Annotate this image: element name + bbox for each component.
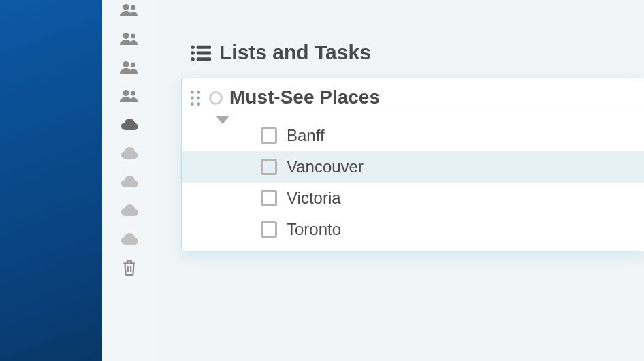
svg-point-1 <box>131 5 135 10</box>
app-rail <box>0 0 102 361</box>
list-header: Must-See Places <box>182 78 644 114</box>
checkbox-icon[interactable] <box>261 221 277 238</box>
collapse-caret-icon[interactable] <box>216 116 229 124</box>
list-title[interactable]: Must-See Places <box>229 87 380 110</box>
svg-rect-9 <box>197 46 211 49</box>
task-label: Banff <box>287 126 325 145</box>
checkbox-icon[interactable] <box>261 190 277 206</box>
trash-icon[interactable] <box>120 260 138 275</box>
svg-point-17 <box>197 97 200 100</box>
cloud-icon[interactable] <box>120 232 138 247</box>
svg-point-14 <box>191 91 194 94</box>
section-header: Lists and Tasks <box>157 0 644 78</box>
list-icon <box>191 44 211 61</box>
svg-point-5 <box>131 62 135 67</box>
svg-point-2 <box>123 33 129 39</box>
people-icon[interactable] <box>120 60 138 75</box>
task-label: Vancouver <box>287 157 364 176</box>
main-content: Lists and Tasks Must-See Places BanffVan… <box>157 0 644 361</box>
people-icon[interactable] <box>120 31 138 46</box>
task-row[interactable]: Victoria <box>182 183 644 214</box>
svg-point-7 <box>131 91 135 95</box>
svg-rect-13 <box>197 57 211 61</box>
svg-point-10 <box>191 51 195 55</box>
svg-point-18 <box>191 102 194 106</box>
cloud-icon[interactable] <box>120 174 138 189</box>
cloud-icon[interactable] <box>120 117 138 132</box>
svg-point-19 <box>197 102 200 106</box>
task-label: Victoria <box>287 189 341 208</box>
people-icon[interactable] <box>120 3 138 18</box>
svg-point-0 <box>123 4 129 10</box>
svg-point-6 <box>123 90 129 96</box>
svg-point-15 <box>197 91 200 94</box>
task-row[interactable]: Banff <box>182 120 644 151</box>
section-title: Lists and Tasks <box>219 41 371 64</box>
svg-point-12 <box>191 57 195 61</box>
svg-rect-11 <box>197 52 211 55</box>
cloud-icon[interactable] <box>120 146 138 161</box>
list-card: Must-See Places BanffVancouverVictoriaTo… <box>181 78 644 251</box>
svg-point-16 <box>191 97 194 100</box>
task-row[interactable]: Vancouver <box>182 151 644 183</box>
svg-point-3 <box>131 33 135 38</box>
checkbox-icon[interactable] <box>261 159 277 175</box>
task-label: Toronto <box>287 220 341 239</box>
svg-point-8 <box>191 46 195 50</box>
svg-point-4 <box>123 61 129 67</box>
cloud-icon[interactable] <box>120 203 138 218</box>
people-icon[interactable] <box>120 89 138 104</box>
checkbox-icon[interactable] <box>261 127 277 144</box>
drag-handle-icon[interactable] <box>190 90 202 106</box>
task-row[interactable]: Toronto <box>182 214 644 245</box>
icon-sidebar <box>102 0 157 361</box>
task-list: BanffVancouverVictoriaToronto <box>182 114 644 251</box>
list-complete-radio[interactable] <box>209 91 223 105</box>
